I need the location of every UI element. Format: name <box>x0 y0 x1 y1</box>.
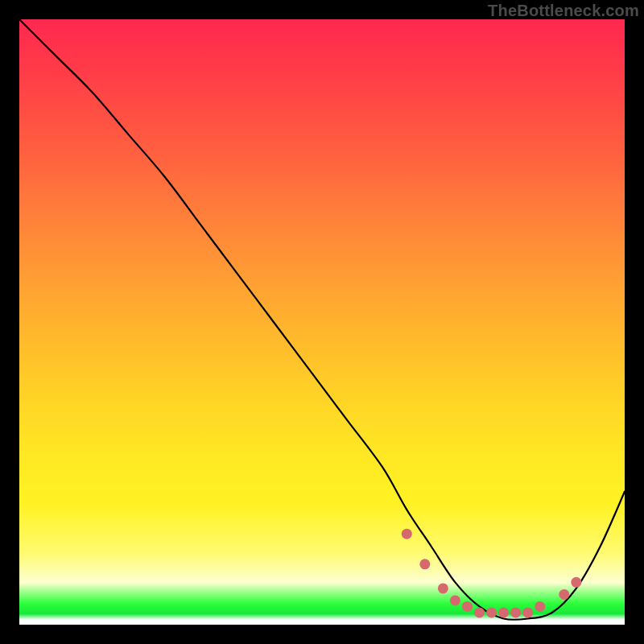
chart-stage: TheBottleneck.com <box>0 0 644 644</box>
valley-dot <box>474 607 485 617</box>
valley-dot <box>559 589 569 600</box>
valley-dot <box>522 607 533 617</box>
curve-layer <box>19 19 625 625</box>
gradient-plot-area <box>19 19 625 625</box>
valley-dot <box>402 529 412 539</box>
valley-dot <box>498 607 509 617</box>
valley-dot <box>419 559 430 569</box>
valley-dot <box>486 607 497 617</box>
watermark-text: TheBottleneck.com <box>488 2 639 20</box>
valley-dot <box>450 595 460 605</box>
valley-dot <box>571 577 581 588</box>
valley-dot <box>438 583 448 593</box>
valley-dot <box>510 607 521 617</box>
bottleneck-curve <box>19 19 625 620</box>
valley-dot <box>462 601 473 612</box>
valley-dot <box>535 601 545 612</box>
